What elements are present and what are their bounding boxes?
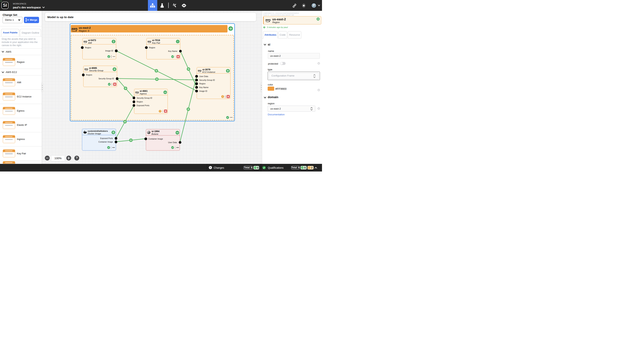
svg-text:aws: aws (71, 27, 78, 31)
svg-text:aws: aws (84, 40, 87, 42)
svg-text:aws: aws (148, 40, 151, 42)
svg-text:aws: aws (266, 18, 271, 21)
svg-text:aws: aws (135, 91, 139, 93)
svg-text:aws: aws (84, 68, 88, 70)
svg-text:aws: aws (198, 69, 202, 71)
